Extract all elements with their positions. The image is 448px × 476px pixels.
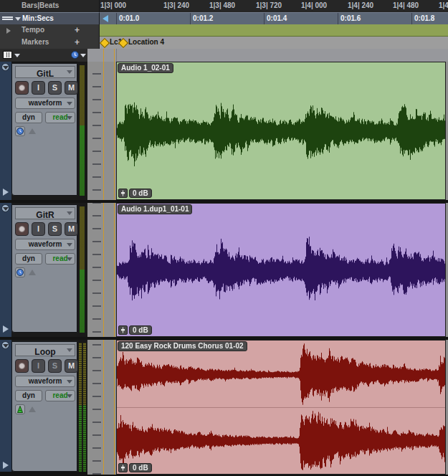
clip-gain-icon[interactable] [118, 325, 128, 335]
automation-mode-selector[interactable]: read [45, 112, 75, 123]
edit-window-view-selector-icon[interactable] [3, 51, 12, 59]
timeline-selection-arrow-icon[interactable] [103, 15, 108, 22]
dyn-button[interactable]: dyn [15, 253, 42, 265]
record-enable-button[interactable] [15, 359, 29, 373]
ruler-bars-beats-label-area[interactable]: Bars|Beats [0, 0, 100, 12]
track-name-gitr[interactable]: GitR [15, 207, 75, 219]
gutter-scale-ticks [92, 62, 101, 476]
mute-button[interactable]: M [65, 222, 78, 236]
ruler-min-secs-timeline[interactable]: 0:01.00:01.20:01.40:01.60:01.8 [100, 12, 448, 24]
track-gutter [0, 340, 11, 476]
track-separator[interactable] [0, 200, 448, 203]
ruler-markers-title: Markers [22, 38, 49, 46]
marker-name-label[interactable]: Location 4 [128, 38, 164, 46]
automation-mode-selector[interactable]: read [45, 253, 75, 265]
automation-mode-selector[interactable]: read [45, 390, 75, 401]
solo-button[interactable]: S [48, 359, 62, 373]
pro-tools-edit-window: Bars|Beats 1|3| 0001|3| 2401|3| 4801|3| … [0, 0, 448, 476]
view-chevron-down-icon [67, 380, 72, 384]
min-secs-tick-label: 0:01.0 [119, 14, 139, 22]
level-meter [80, 65, 85, 196]
track-gutter [0, 62, 11, 200]
input-monitor-button[interactable]: I [32, 222, 45, 236]
ruler-markers-timeline[interactable]: Lc1Location 4 [100, 37, 448, 49]
ruler-tempo[interactable]: Tempo + [0, 24, 448, 37]
bars-beats-tick-label: 1|4| 480 [393, 1, 419, 9]
timebase-selector-button[interactable] [15, 126, 25, 136]
add-marker-button[interactable]: + [75, 37, 80, 47]
playlist-top-strip [87, 49, 448, 62]
clock-icon [16, 268, 24, 277]
input-monitor-button[interactable]: I [32, 359, 45, 373]
ruler-min-secs-title: Min:Secs [22, 14, 54, 22]
timebase-selector-button[interactable] [15, 267, 25, 277]
add-tempo-event-button[interactable]: + [75, 25, 80, 35]
ruler-list-icon[interactable] [2, 16, 13, 22]
track-name-loop[interactable]: Loop [15, 344, 75, 356]
track-collapse-button[interactable] [1, 204, 9, 212]
min-secs-tick-label: 0:01.6 [340, 14, 361, 22]
timebase-selector-button[interactable] [15, 404, 25, 414]
track-collapse-button[interactable] [1, 63, 9, 71]
view-selector-chevron-down-icon[interactable] [14, 54, 20, 57]
track-gutter-arrow-icon[interactable] [3, 325, 9, 333]
marker-diamond-icon[interactable] [100, 38, 110, 48]
ruler-min-secs-label-area[interactable]: Min:Secs [0, 12, 100, 24]
track-gutter-arrow-icon[interactable] [3, 462, 9, 469]
record-circle-icon [19, 363, 25, 369]
dyn-button[interactable]: dyn [15, 112, 42, 123]
audio-clip-gitr[interactable]: Audio 1.dup1_01-01 0 dB [116, 203, 446, 337]
track-meter-column [77, 340, 87, 476]
tempo-disclosure-triangle-icon[interactable] [6, 28, 11, 34]
audio-clip-gitl[interactable]: Audio 1_02-01 0 dB [116, 62, 446, 200]
track-view-selector[interactable]: waveform [15, 376, 75, 387]
clip-gain-icon[interactable] [118, 189, 128, 198]
min-secs-tick [411, 13, 412, 24]
mute-button[interactable]: M [65, 359, 78, 373]
track-gutter-arrow-icon[interactable] [3, 189, 9, 196]
solo-button[interactable]: S [48, 81, 62, 95]
track-name-gitl[interactable]: GitL [15, 66, 75, 78]
min-secs-tick [190, 13, 191, 24]
min-secs-tick [338, 13, 338, 24]
ruler-bars-beats[interactable]: Bars|Beats 1|3| 0001|3| 2401|3| 4801|3| … [0, 0, 448, 13]
clip-gain-value: 0 dB [129, 463, 152, 472]
track-view-selector[interactable]: waveform [15, 97, 75, 109]
bars-beats-tick-label: 1|4 [439, 1, 448, 9]
clock-icon [16, 127, 24, 135]
track-collapse-button[interactable] [1, 341, 9, 349]
elastic-audio-icon [16, 405, 24, 414]
ruler-tempo-timeline[interactable] [100, 24, 448, 37]
track-header-gitl: GitL I S M waveform dyn read [0, 62, 87, 200]
ruler-markers-label-area[interactable]: Markers + [0, 37, 100, 49]
track-header-gitr: GitR I S M waveform dyn read [0, 203, 87, 337]
min-secs-tick-label: 0:01.2 [193, 14, 213, 22]
ruler-bars-beats-title: Bars|Beats [22, 1, 59, 9]
ruler-tempo-title: Tempo [22, 26, 44, 34]
ruler-min-secs[interactable]: Min:Secs 0:01.00:01.20:01.40:01.60:01.8 [0, 12, 448, 24]
input-monitor-button[interactable]: I [32, 81, 45, 95]
track-name-chevron-down-icon [67, 348, 72, 352]
mute-button[interactable]: M [65, 81, 78, 95]
ruler-markers[interactable]: Markers + Lc1Location 4 [0, 37, 448, 49]
track-view-selector[interactable]: waveform [15, 239, 75, 250]
min-secs-tick [264, 13, 264, 24]
bars-beats-tick-label: 1|3| 720 [256, 1, 282, 9]
track-meter-column [77, 203, 87, 337]
timebase-clock-icon[interactable] [71, 51, 79, 59]
min-secs-tick-label: 0:01.4 [267, 14, 287, 22]
marker-line-lc1 [103, 49, 104, 476]
clip-gain-value: 0 dB [129, 325, 152, 335]
solo-button[interactable]: S [48, 222, 62, 236]
ruler-tempo-label-area[interactable]: Tempo + [0, 24, 100, 37]
ruler-menu-chevron-down-icon[interactable] [15, 17, 21, 21]
track-separator[interactable] [0, 337, 448, 340]
ruler-bars-beats-timeline[interactable]: 1|3| 0001|3| 2401|3| 4801|3| 7201|4| 000… [100, 0, 448, 12]
record-enable-button[interactable] [15, 222, 29, 236]
clip-gain-icon[interactable] [118, 463, 128, 472]
audio-clip-loop[interactable]: 120 Easy Rock Drums Chorus 01-02 0 dB [116, 340, 446, 475]
track-gutter [0, 203, 11, 337]
dyn-button[interactable]: dyn [15, 390, 42, 401]
record-enable-button[interactable] [15, 81, 29, 95]
timebase-chevron-down-icon[interactable] [80, 54, 86, 57]
